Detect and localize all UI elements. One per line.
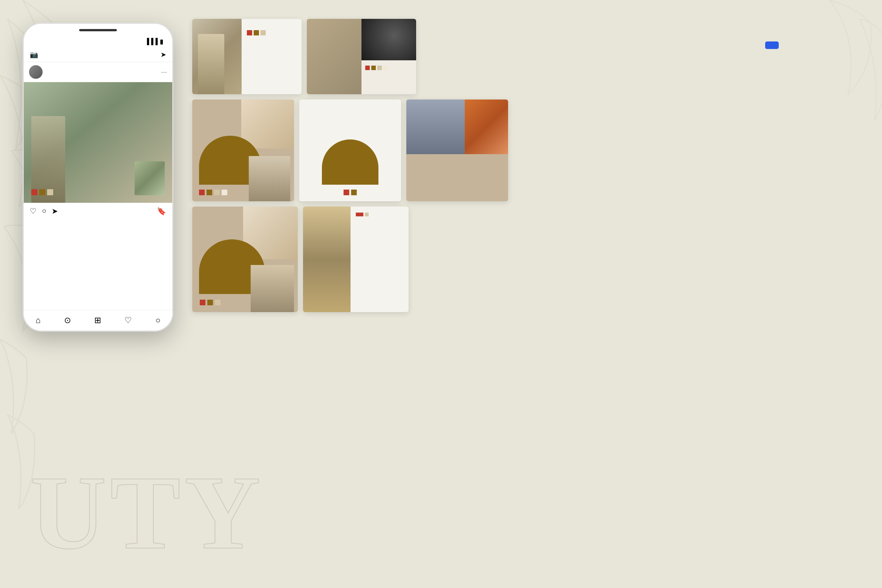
june2-swatches	[200, 300, 220, 305]
card-summer-collection	[192, 19, 302, 94]
post-thumbnail	[135, 161, 165, 195]
ps-badge	[765, 41, 779, 49]
card-girl-smiling	[303, 207, 409, 312]
profile-nav-icon[interactable]: ○	[156, 315, 161, 325]
gsw-beige	[365, 213, 369, 216]
ig-actions: ♡ ○ ➤ 🔖	[24, 203, 172, 218]
card-june-fashion-1	[192, 100, 294, 201]
swatch-beige	[47, 189, 53, 195]
phone-status-bar: ▐▐▐ ▮	[24, 34, 172, 47]
quote-arch	[322, 139, 378, 185]
june-swatches-1	[199, 190, 227, 195]
june2-photo-bottom	[251, 265, 294, 312]
sw-beige	[260, 30, 266, 35]
sw-red	[247, 30, 252, 35]
beauty-title-bg	[307, 19, 361, 94]
phone-mockup: ▐▐▐ ▮ 📷 ➤ ⋯	[23, 23, 173, 332]
qsw-red	[344, 190, 349, 195]
camera-icon: 📷	[30, 51, 38, 59]
j2sw-red	[200, 300, 205, 305]
card-dressing-quote	[299, 100, 401, 201]
j2sw-brown	[207, 300, 213, 305]
search-nav-icon[interactable]: ⊙	[64, 315, 71, 325]
bsw-beige	[377, 66, 382, 70]
bsw-light	[383, 66, 388, 70]
more-icon[interactable]: ⋯	[161, 69, 167, 76]
jsw-brown	[207, 190, 212, 195]
comment-icon[interactable]: ○	[42, 207, 46, 216]
girl-photo	[303, 207, 351, 312]
swatch-red	[31, 189, 37, 195]
bsw-brown	[371, 66, 376, 70]
avatar	[29, 65, 43, 79]
gsw-red	[356, 213, 363, 216]
ig-caption	[24, 218, 172, 222]
signal-icon: ▐▐▐	[145, 38, 158, 45]
girl-swatches	[356, 213, 403, 216]
summer-photo	[192, 19, 242, 94]
post-image	[24, 82, 172, 203]
ig-profile-bar: ⋯	[24, 62, 172, 82]
ig-bottom-nav: ⌂ ⊙ ⊞ ♡ ○	[24, 310, 172, 331]
beauty-watermark: UTY	[30, 475, 264, 565]
save-icon[interactable]: 🔖	[157, 207, 166, 216]
quote-text-area	[299, 111, 401, 115]
share-icon[interactable]: ➤	[52, 207, 58, 216]
heart-nav-icon[interactable]: ♡	[124, 315, 132, 325]
girl-content	[351, 207, 409, 312]
summer-swatches	[247, 30, 297, 35]
post-title-overlay	[31, 97, 165, 99]
bsw-red	[365, 66, 370, 70]
template-grid-area	[192, 19, 508, 317]
like-icon[interactable]: ♡	[30, 207, 37, 216]
product-title-section	[765, 30, 859, 51]
june-photo-1	[241, 100, 294, 149]
beauty-desc-area	[361, 60, 416, 94]
qsw-brown	[351, 190, 357, 195]
june-photo-2	[249, 156, 290, 201]
j2sw-beige	[215, 300, 220, 305]
card-june-fashion-2	[192, 207, 298, 312]
grid-row-1	[192, 19, 508, 94]
swatch-brown	[39, 189, 45, 195]
send-icon: ➤	[161, 51, 166, 59]
beauty-photo	[361, 19, 416, 60]
quote-swatches	[344, 190, 357, 195]
instagram-header: 📷 ➤	[24, 47, 172, 62]
battery-icon: ▮	[160, 38, 163, 45]
jsw-light	[222, 190, 227, 195]
grid-row-2	[192, 100, 508, 201]
card-beauty-favorites	[307, 19, 416, 94]
card-long-sleeved	[406, 100, 508, 201]
jsw-beige	[214, 190, 220, 195]
grid-row-3	[192, 207, 508, 312]
ig-action-left: ♡ ○ ➤	[30, 207, 58, 216]
post-color-swatches	[31, 189, 53, 195]
sw-brown	[254, 30, 259, 35]
jsw-red	[199, 190, 205, 195]
long-photo-person	[406, 100, 465, 154]
beauty-right	[361, 19, 416, 94]
long-clothes-photo	[465, 100, 508, 154]
home-icon[interactable]: ⌂	[35, 315, 40, 325]
phone-notch	[79, 29, 117, 31]
summer-person	[198, 34, 224, 94]
add-post-icon[interactable]: ⊞	[94, 315, 101, 325]
